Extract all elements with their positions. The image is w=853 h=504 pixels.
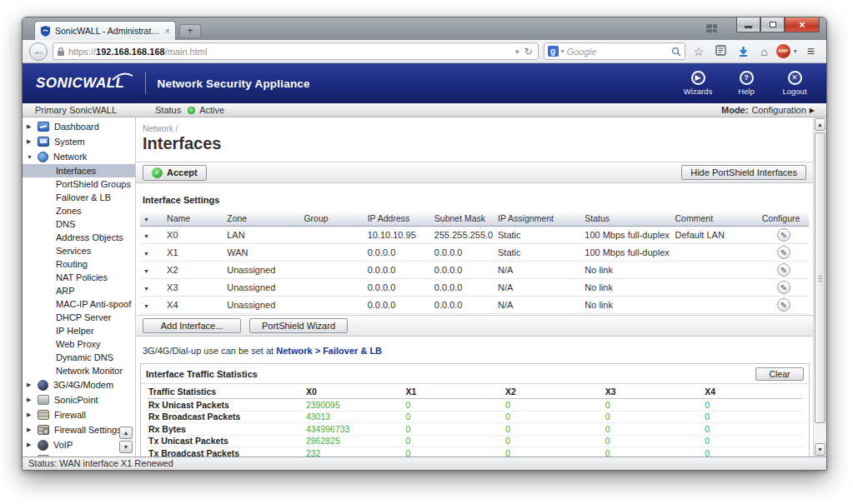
search-input[interactable]: Google: [567, 47, 669, 57]
minimize-button[interactable]: [736, 17, 760, 32]
sidebar-item-services[interactable]: Services: [23, 244, 135, 257]
portshield-wizard-button[interactable]: PortShield Wizard: [249, 318, 348, 333]
main-content: Network / Interfaces ✓ Accept Hide PortS…: [136, 117, 813, 457]
sidebar-item-dns[interactable]: DNS: [23, 217, 135, 231]
chevron-right-icon[interactable]: ▶: [27, 412, 36, 418]
accept-button[interactable]: ✓ Accept: [143, 165, 207, 181]
add-interface-button[interactable]: Add Interface...: [143, 318, 241, 333]
traffic-value-x3: 0: [604, 447, 704, 457]
breadcrumb[interactable]: Network /: [143, 124, 813, 133]
chevron-right-icon[interactable]: ▶: [27, 442, 36, 448]
edit-icon[interactable]: ✎: [777, 263, 790, 277]
restore-button[interactable]: [760, 17, 785, 32]
cell-comment: [672, 261, 759, 278]
sidebar-item-item[interactable]: ▶: [23, 452, 135, 457]
scrollbar-up-icon[interactable]: ▲: [815, 118, 825, 131]
header-action-logout[interactable]: ✕Logout: [776, 71, 813, 96]
sidebar-item-ip-helper[interactable]: IP Helper: [23, 324, 135, 337]
sidebar-item-portshield-groups[interactable]: PortShield Groups: [23, 177, 135, 191]
traffic-column-x2: X2: [504, 385, 604, 399]
edit-icon[interactable]: ✎: [777, 298, 790, 312]
cell-zone: Unassigned: [223, 278, 300, 296]
search-engine-icon[interactable]: g: [548, 46, 559, 57]
table-footer-toolbar: Add Interface... PortShield Wizard: [136, 315, 813, 337]
chevron-down-icon[interactable]: ▼: [27, 154, 36, 160]
sidebar-item-failover-lb[interactable]: Failover & LB: [23, 191, 135, 204]
sidebar-item-voip[interactable]: ▶VoIP: [23, 437, 135, 452]
browser-tab[interactable]: SonicWALL - Administratio... ×: [34, 21, 176, 40]
chevron-right-icon[interactable]: ▶: [27, 382, 36, 388]
url-dropdown-icon[interactable]: ▾: [515, 47, 519, 56]
search-engine-dropdown-icon[interactable]: ▾: [561, 47, 564, 55]
adblock-dropdown-icon[interactable]: ▾: [794, 47, 797, 55]
sidebar-item-system[interactable]: ▶System: [23, 134, 135, 149]
search-bar[interactable]: g ▾ Google: [544, 42, 685, 60]
sidebar-item-nat-policies[interactable]: NAT Policies: [23, 271, 135, 284]
voip-icon: [38, 440, 48, 451]
row-expand-icon[interactable]: ▼: [143, 286, 149, 292]
status-label: Status: [155, 105, 181, 115]
mode-indicator[interactable]: Mode: Configuration ▶: [721, 105, 815, 115]
sidebar-item-arp[interactable]: ARP: [23, 284, 135, 297]
sidebar-item-address-objects[interactable]: Address Objects: [23, 231, 135, 244]
bookmarks-panel-icon[interactable]: [712, 42, 730, 61]
edit-icon[interactable]: ✎: [777, 246, 790, 259]
row-expand-icon[interactable]: ▼: [143, 233, 149, 239]
interface-table-head: ▼NameZoneGroupIP AddressSubnet MaskIP As…: [140, 211, 809, 226]
reload-icon[interactable]: ↻: [523, 46, 534, 57]
chevron-right-icon[interactable]: ▶: [27, 397, 36, 403]
new-tab-button[interactable]: +: [179, 24, 201, 38]
chevron-right-icon[interactable]: ▶: [27, 427, 36, 433]
window-controls: ×: [736, 17, 820, 32]
sidebar-item-dashboard[interactable]: ▶Dashboard: [23, 119, 135, 134]
url-bar[interactable]: https://192.168.168.168/main.html ▾ ↻: [53, 42, 539, 60]
cell-name: X2: [163, 261, 223, 278]
modem-icon: [38, 380, 48, 391]
traffic-value-x3: 0: [604, 411, 704, 423]
adblock-icon[interactable]: ABP: [776, 44, 790, 58]
clear-button[interactable]: Clear: [755, 367, 804, 381]
sidebar-item-firewall-settings[interactable]: ▶Firewall Settings: [23, 422, 135, 437]
sidebar-item-network-monitor[interactable]: Network Monitor: [23, 364, 135, 377]
row-expand-icon[interactable]: ▼: [143, 268, 149, 274]
sidebar: ▶Dashboard▶System▼NetworkInterfacesPortS…: [23, 117, 136, 457]
header-action-help[interactable]: ?Help: [728, 71, 765, 96]
main-panel: Network / Interfaces ✓ Accept Hide PortS…: [136, 117, 826, 457]
sidebar-item-web-proxy[interactable]: Web Proxy: [23, 337, 135, 351]
tab-groups-icon[interactable]: [706, 24, 718, 33]
sidebar-item-3g-4g-modem[interactable]: ▶3G/4G/Modem: [23, 377, 135, 392]
sidebar-item-interfaces[interactable]: Interfaces: [23, 164, 135, 177]
scrollbar-down-icon[interactable]: ▼: [815, 443, 825, 456]
back-icon[interactable]: ←: [29, 42, 48, 61]
chevron-right-icon[interactable]: ▶: [27, 138, 36, 145]
sidebar-item-firewall[interactable]: ▶Firewall: [23, 407, 135, 422]
sidebar-item-mac-ip-anti-spoof[interactable]: MAC-IP Anti-spoof: [23, 297, 135, 311]
menu-icon[interactable]: ≡: [802, 44, 820, 59]
bookmark-star-icon[interactable]: ☆: [690, 42, 708, 61]
header-action-wizards[interactable]: ▶Wizards: [680, 71, 716, 96]
failover-link[interactable]: Network > Failover & LB: [276, 346, 382, 356]
sidebar-item-dhcp-server[interactable]: DHCP Server: [23, 311, 135, 324]
scroll-up-icon[interactable]: ▲: [119, 427, 133, 439]
search-icon[interactable]: [671, 47, 681, 57]
interface-table-body: ▼X0LAN10.10.10.95255.255.255.0Static100 …: [140, 226, 809, 313]
tab-close-icon[interactable]: ×: [165, 27, 170, 35]
sidebar-item-network[interactable]: ▼Network: [23, 149, 135, 164]
sidebar-item-dynamic-dns[interactable]: Dynamic DNS: [23, 351, 135, 364]
sidebar-item-sonicpoint[interactable]: ▶SonicPoint: [23, 392, 135, 407]
sidebar-item-routing[interactable]: Routing: [23, 257, 135, 271]
edit-icon[interactable]: ✎: [777, 281, 790, 294]
close-button[interactable]: ×: [785, 17, 820, 32]
chevron-right-icon[interactable]: ▶: [27, 123, 36, 130]
edit-icon[interactable]: ✎: [777, 228, 790, 242]
content-scrollbar[interactable]: ▲ ▼: [813, 117, 826, 457]
hide-portshield-button[interactable]: Hide PortShield Interfaces: [681, 165, 806, 180]
scroll-down-icon[interactable]: ▼: [119, 441, 133, 453]
home-icon[interactable]: ⌂: [757, 42, 770, 61]
downloads-icon[interactable]: [735, 46, 752, 57]
select-all-chevron-icon[interactable]: ▼: [143, 217, 149, 222]
row-expand-icon[interactable]: ▼: [143, 251, 149, 257]
scrollbar-thumb[interactable]: [815, 132, 825, 423]
row-expand-icon[interactable]: ▼: [143, 303, 149, 309]
sidebar-item-zones[interactable]: Zones: [23, 204, 135, 217]
